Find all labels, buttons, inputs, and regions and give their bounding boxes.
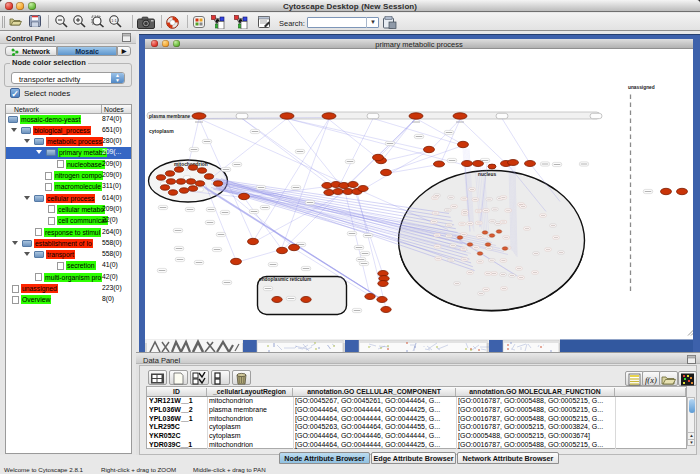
svg-text:f(x): f(x)	[645, 375, 657, 385]
svg-text:1:1: 1:1	[111, 18, 117, 23]
svg-text:plasma membrane: plasma membrane	[149, 113, 191, 118]
svg-text:endoplasmic reticulum: endoplasmic reticulum	[259, 277, 311, 282]
svg-text:cytoplasm: cytoplasm	[149, 128, 174, 134]
svg-text:unassigned: unassigned	[628, 84, 655, 89]
